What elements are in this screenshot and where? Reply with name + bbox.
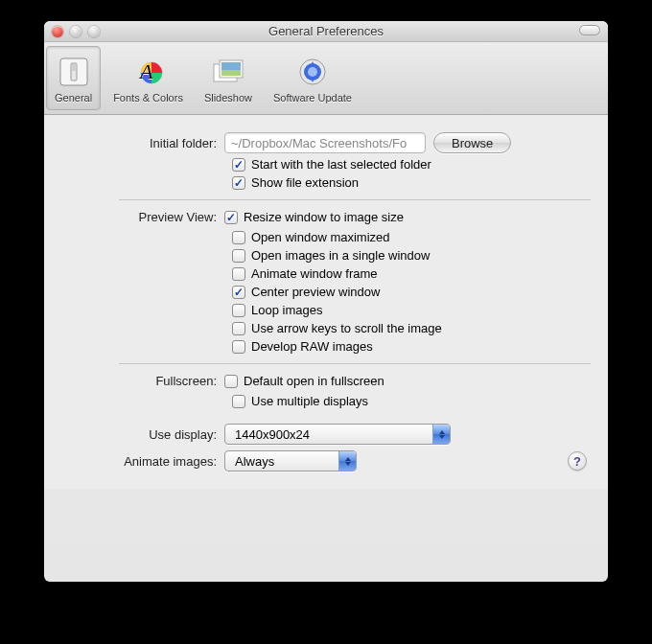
animate-images-label: Animate images:	[61, 454, 224, 469]
tab-label: Software Update	[273, 92, 352, 104]
fullscreen-label: Fullscreen:	[61, 372, 224, 388]
tab-label: General	[55, 92, 92, 104]
tab-software-update[interactable]: Software Update	[265, 46, 361, 110]
close-window-button[interactable]	[52, 26, 63, 37]
animate-images-popup[interactable]: Always	[224, 450, 357, 472]
checkbox-start-with-last[interactable]	[232, 158, 245, 172]
checkbox-animate-frame[interactable]	[232, 267, 245, 281]
preview-view-label: Preview View:	[61, 208, 224, 224]
checkbox-label: Loop images	[251, 303, 322, 317]
tab-slideshow[interactable]: Slideshow	[196, 46, 261, 110]
initial-folder-label: Initial folder:	[61, 136, 224, 150]
popup-arrows-icon	[432, 425, 450, 444]
checkbox-label: Open window maximized	[251, 230, 390, 244]
checkbox-center-window[interactable]	[232, 286, 245, 299]
titlebar: General Preferences	[44, 21, 608, 42]
svg-point-11	[308, 67, 317, 77]
checkbox-resize-window[interactable]	[224, 211, 238, 224]
tab-general[interactable]: General	[46, 46, 101, 110]
checkbox-label: Center preview window	[251, 285, 380, 299]
zoom-window-button[interactable]	[88, 26, 100, 37]
general-icon	[57, 55, 91, 89]
checkbox-default-fullscreen[interactable]	[224, 375, 238, 388]
checkbox-loop-images[interactable]	[232, 304, 245, 317]
toolbar: General A	[44, 42, 608, 115]
checkbox-label: Animate window frame	[251, 266, 378, 281]
tab-fonts-colors[interactable]: A Fonts & Colors	[105, 46, 192, 110]
minimize-window-button[interactable]	[70, 26, 82, 37]
separator	[119, 199, 591, 200]
checkbox-label: Show file extension	[251, 175, 359, 190]
software-update-icon	[295, 55, 330, 89]
popup-arrows-icon	[338, 451, 356, 471]
checkbox-label: Default open in fullscreen	[244, 374, 384, 388]
toolbar-toggle-button[interactable]	[579, 25, 600, 35]
popup-value: 1440x900x24	[225, 427, 319, 442]
checkbox-develop-raw[interactable]	[232, 340, 245, 354]
preferences-window: General Preferences General	[44, 21, 608, 582]
window-controls	[52, 26, 100, 37]
checkbox-label: Use arrow keys to scroll the image	[251, 321, 442, 335]
use-display-label: Use display:	[61, 427, 224, 442]
checkbox-label: Open images in a single window	[251, 248, 430, 263]
checkbox-label: Start with the last selected folder	[251, 157, 431, 172]
svg-text:A: A	[138, 59, 153, 83]
browse-button[interactable]: Browse	[433, 132, 511, 153]
checkbox-open-maximized[interactable]	[232, 231, 245, 244]
checkbox-show-extension[interactable]	[232, 176, 245, 190]
use-display-popup[interactable]: 1440x900x24	[224, 424, 451, 445]
checkbox-label: Resize window to image size	[244, 210, 404, 224]
svg-rect-8	[221, 70, 241, 76]
checkbox-single-window[interactable]	[232, 249, 245, 263]
tab-label: Fonts & Colors	[113, 92, 183, 104]
checkbox-arrow-scroll[interactable]	[232, 322, 245, 335]
initial-folder-input[interactable]	[224, 132, 426, 153]
svg-rect-2	[71, 64, 76, 71]
content-area: Initial folder: Browse Start with the la…	[44, 115, 608, 489]
checkbox-label: Develop RAW images	[251, 339, 373, 354]
checkbox-label: Use multiple displays	[251, 394, 368, 408]
slideshow-icon	[211, 55, 245, 89]
fonts-colors-icon: A	[131, 55, 166, 89]
window-title: General Preferences	[44, 24, 608, 38]
checkbox-multiple-displays[interactable]	[232, 395, 245, 408]
tab-label: Slideshow	[204, 92, 252, 104]
help-button[interactable]: ?	[568, 451, 587, 471]
popup-value: Always	[225, 454, 284, 469]
separator	[119, 363, 591, 364]
